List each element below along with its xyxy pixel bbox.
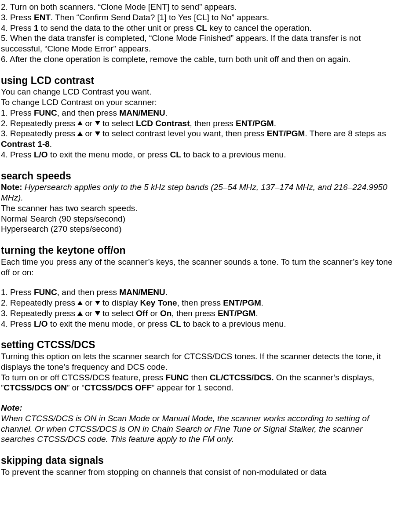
text: 4. Press xyxy=(1,23,34,33)
text: 1. Press xyxy=(1,108,34,117)
text: 3. Press xyxy=(1,13,34,22)
text: ” or “ xyxy=(67,383,84,392)
text: ” appear for 1 second. xyxy=(152,383,233,392)
text: or xyxy=(148,309,160,318)
down-arrow-icon xyxy=(95,121,100,125)
display-ctcss-off: CTCSS/DCS OFF xyxy=(84,383,152,392)
heading-lcd-contrast: using LCD contrast xyxy=(1,74,394,87)
lcd-step-4: 4. Press L/O to exit the menu mode, or p… xyxy=(1,149,394,160)
text: . Then “Confirm Send Data? [1] to Yes [C… xyxy=(51,13,269,22)
text: , then press xyxy=(171,309,218,318)
text: , then press xyxy=(177,298,223,307)
text: then xyxy=(189,373,210,382)
step-4: 4. Press 1 to send the data to the other… xyxy=(1,23,394,33)
text: to select xyxy=(100,119,136,128)
menu-key-tone: Key Tone xyxy=(140,298,177,307)
text: . xyxy=(274,119,276,128)
key-cl: CL xyxy=(170,319,181,328)
text: or xyxy=(83,309,95,318)
key-ent-pgm: ENT/PGM xyxy=(267,129,305,138)
text: . xyxy=(255,309,258,318)
keytone-intro: Each time you press any of the scanner’s… xyxy=(1,257,394,278)
step-6: 6. After the clone operation is complete… xyxy=(1,54,394,65)
keytone-step-3: 3. Repeatedly press or to select Off or … xyxy=(1,308,394,319)
key-ent: ENT xyxy=(34,13,51,22)
text: to back to a previous menu. xyxy=(181,150,286,159)
ctcss-note-text: When CTCSS/DCS is ON in Scan Mode or Man… xyxy=(1,413,394,445)
lcd-line-1: You can change LCD Contrast you want. xyxy=(1,87,394,97)
text: . xyxy=(165,288,168,297)
text: 2. Repeatedly press xyxy=(1,119,77,128)
step-5: 5. When the data transfer is completed, … xyxy=(1,33,394,54)
blank-line xyxy=(1,277,394,287)
step-3: 3. Press ENT. Then “Confirm Send Data? [… xyxy=(1,12,394,23)
note-text: Hypersearch applies only to the 5 kHz st… xyxy=(1,182,387,202)
text: 3. Repeatedly press xyxy=(1,309,77,318)
text: . There are 8 steps as xyxy=(305,129,386,138)
key-lo: L/O xyxy=(34,150,48,159)
key-lo: L/O xyxy=(34,319,48,328)
key-func: FUNC xyxy=(34,108,57,117)
menu-lcd-contrast: LCD Contrast xyxy=(136,119,190,128)
key-1: 1 xyxy=(34,23,39,33)
down-arrow-icon xyxy=(95,301,100,305)
ctcss-line-2: To turn on or off CTCSS/DCS feature, pre… xyxy=(1,372,394,394)
key-cl-ctcss-dcs: CL/CTCSS/DCS. xyxy=(210,373,274,382)
display-ctcss-on: CTCSS/DCS ON xyxy=(4,383,67,392)
text: to exit the menu mode, or press xyxy=(48,319,170,328)
text: 1. Press xyxy=(1,288,34,297)
heading-skip-data: skipping data signals xyxy=(1,454,394,467)
text: to back to a previous menu. xyxy=(181,319,286,328)
lcd-step-2: 2. Repeatedly press or to select LCD Con… xyxy=(1,118,394,129)
heading-keytone: turning the keytone off/on xyxy=(1,244,394,257)
ctcss-line-1: Turning this option on lets the scanner … xyxy=(1,351,394,372)
text: to send the data to the other unit or pr… xyxy=(39,23,196,33)
search-note: Note: Hypersearch applies only to the 5 … xyxy=(1,182,394,203)
keytone-step-2: 2. Repeatedly press or to display Key To… xyxy=(1,298,394,308)
lcd-step-3: 3. Repeatedly press or to select contras… xyxy=(1,128,394,149)
keytone-step-1: 1. Press FUNC, and then press MAN/MENU. xyxy=(1,287,394,298)
text: or xyxy=(83,129,95,138)
text: . xyxy=(165,108,168,117)
text: . xyxy=(50,139,52,149)
heading-search-speeds: search speeds xyxy=(1,170,394,182)
up-arrow-icon xyxy=(77,121,83,125)
text: key to cancel the operation. xyxy=(207,23,312,33)
keytone-step-4: 4. Press L/O to exit the menu mode, or p… xyxy=(1,319,394,329)
text: to exit the menu mode, or press xyxy=(48,150,170,159)
search-line-1: The scanner has two search speeds. xyxy=(1,203,394,214)
heading-ctcss-dcs: setting CTCSS/DCS xyxy=(1,339,394,351)
key-cl: CL xyxy=(196,23,207,33)
key-ent-pgm: ENT/PGM xyxy=(223,298,261,307)
search-line-3: Hypersearch (270 steps/second) xyxy=(1,224,394,234)
text: to select xyxy=(100,309,136,318)
blank-line xyxy=(1,393,394,403)
key-func: FUNC xyxy=(34,288,57,297)
up-arrow-icon xyxy=(77,131,83,136)
text: 3. Repeatedly press xyxy=(1,129,77,138)
lcd-line-2: To change LCD Contrast on your scanner: xyxy=(1,97,394,108)
key-func: FUNC xyxy=(166,373,189,382)
option-on: On xyxy=(160,309,171,318)
down-arrow-icon xyxy=(95,311,100,316)
text: 4. Press xyxy=(1,150,34,159)
text: to select contrast level you want, then … xyxy=(100,129,267,138)
text: or xyxy=(83,119,95,128)
text: 2. Repeatedly press xyxy=(1,298,77,307)
text: . xyxy=(261,298,263,307)
text: 4. Press xyxy=(1,319,34,328)
search-line-2: Normal Search (90 steps/second) xyxy=(1,214,394,224)
text: or xyxy=(83,298,95,307)
key-ent-pgm: ENT/PGM xyxy=(236,119,274,128)
text: , then press xyxy=(190,119,236,128)
key-ent-pgm: ENT/PGM xyxy=(218,309,256,318)
up-arrow-icon xyxy=(77,301,83,305)
down-arrow-icon xyxy=(95,131,100,136)
text: , and then press xyxy=(57,288,120,297)
lcd-step-1: 1. Press FUNC, and then press MAN/MENU. xyxy=(1,108,394,118)
text: , and then press xyxy=(57,108,120,117)
key-man-menu: MAN/MENU xyxy=(119,108,165,117)
skip-line-1: To prevent the scanner from stopping on … xyxy=(1,467,394,477)
text: To turn on or off CTCSS/DCS feature, pre… xyxy=(1,373,166,382)
up-arrow-icon xyxy=(77,311,83,316)
